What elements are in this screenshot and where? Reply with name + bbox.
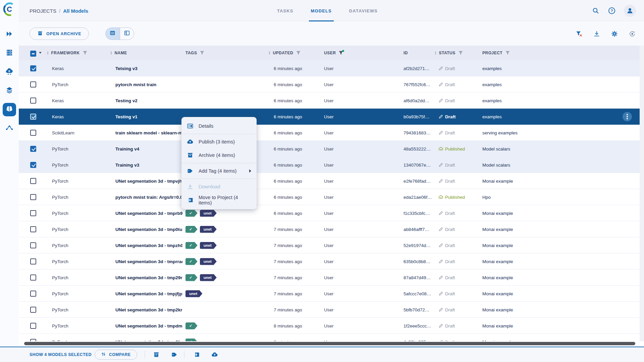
sort-icon[interactable]: ▲▼ <box>434 51 437 55</box>
row-checkbox[interactable] <box>30 323 36 329</box>
row-checkbox[interactable] <box>30 242 36 248</box>
row-checkbox[interactable] <box>30 162 36 168</box>
column-header-user[interactable]: USER <box>324 46 343 60</box>
table-row[interactable]: PyTorchUNet segmentation 3d - tmpzh0…✓un… <box>19 237 644 253</box>
nav-pipelines[interactable] <box>3 122 16 135</box>
cell-status: Draft <box>438 109 479 125</box>
table-row[interactable]: PyTorchUNet segmentation 3d - tmp6fg0…✓8… <box>19 334 644 341</box>
select-all-checkbox[interactable] <box>30 51 36 57</box>
cell-project: Monai example <box>482 173 570 189</box>
table-row[interactable]: PyTorchUNet segmentation 3d - tmpdm4…✓8 … <box>19 318 644 334</box>
clear-filters-button[interactable] <box>575 30 583 38</box>
table-row[interactable]: PyTorchUNet segmentation 3d - tmp0tu…✓un… <box>19 221 644 237</box>
download-table-button[interactable] <box>593 30 600 38</box>
row-checkbox[interactable] <box>30 258 36 264</box>
row-checkbox[interactable] <box>30 178 36 184</box>
submenu-arrow-icon <box>249 169 251 173</box>
tag-chip-check: ✓ <box>185 274 198 281</box>
row-menu-button[interactable] <box>623 112 632 121</box>
row-checkbox[interactable] <box>30 339 36 341</box>
table-row[interactable]: PyTorchpytorch mnist train: Args/lr=0.01… <box>19 189 644 205</box>
sort-icon[interactable]: ▲▼ <box>47 51 49 55</box>
archive-selected-button[interactable] <box>152 350 161 359</box>
cell-updated: 7 minutes ago <box>274 221 321 237</box>
table-row[interactable]: PyTorchTraining v46 minutes agoUser48a55… <box>19 141 644 157</box>
column-header-project[interactable]: PROJECT <box>482 46 510 60</box>
menu-divider <box>181 179 257 179</box>
table-row[interactable]: PyTorchUNet segmentation 3d - tmpvjhyl…6… <box>19 173 644 189</box>
cell-id: 52e91974d… <box>404 237 437 253</box>
draft-pencil-icon <box>438 82 443 87</box>
row-checkbox[interactable] <box>30 307 36 313</box>
tab-tasks[interactable]: TASKS <box>277 0 293 21</box>
row-checkbox[interactable] <box>30 226 36 232</box>
menu-item-move-to-project-4-items[interactable]: Move to Project (4 items) <box>181 193 257 207</box>
column-header-id[interactable]: ID <box>404 46 408 60</box>
publish-selected-button[interactable] <box>210 350 219 359</box>
clearml-logo[interactable]: C <box>2 2 17 16</box>
row-checkbox[interactable] <box>30 194 36 200</box>
nav-datasets[interactable] <box>3 84 16 98</box>
nav-models[interactable] <box>3 103 16 116</box>
column-header-updated[interactable]: ▲▼UPDATED <box>268 46 301 60</box>
menu-item-details[interactable]: Details <box>181 119 257 133</box>
table-row[interactable]: PyTorchUNet segmentation 3d - tmpjfjpv…u… <box>19 286 644 302</box>
move-selected-button[interactable] <box>192 350 201 359</box>
column-header-status[interactable]: ▲▼STATUS <box>434 46 463 60</box>
table-row[interactable]: PyTorchUNet segmentation 3d - tmprrae…✓u… <box>19 253 644 269</box>
row-checkbox[interactable] <box>30 98 36 104</box>
column-header-name[interactable]: ▲▼NAME <box>110 46 127 60</box>
row-checkbox[interactable] <box>30 114 36 120</box>
table-row[interactable]: PyTorchUNet segmentation 3d - tmprb9d…✓u… <box>19 205 644 221</box>
table-view-toggle[interactable] <box>106 28 120 40</box>
cell-id: 1f2eee5ccc… <box>404 318 437 334</box>
table-row[interactable]: PyTorchUNet segmentation 3d - tmp29rf…✓u… <box>19 269 644 286</box>
search-icon[interactable] <box>592 7 600 15</box>
compare-button[interactable]: COMPARE <box>95 350 137 360</box>
table-row[interactable]: ScikitLearntrain sklearn model - sklearn… <box>19 125 644 141</box>
show-selected-link[interactable]: SHOW 4 MODELS SELECTED <box>30 347 92 362</box>
filter-icon[interactable] <box>83 51 87 55</box>
row-checkbox[interactable] <box>30 81 36 87</box>
breadcrumb-projects[interactable]: PROJECTS <box>30 8 56 14</box>
table-row[interactable]: KerasTesting v16 minutes agoUserb0a93b75… <box>19 109 644 125</box>
table-row[interactable]: PyTorchpytorch mnist train6 minutes agoU… <box>19 76 644 93</box>
filter-icon[interactable] <box>505 51 510 55</box>
row-checkbox[interactable] <box>30 146 36 152</box>
nav-expand[interactable] <box>3 28 16 41</box>
filter-icon[interactable] <box>459 51 463 55</box>
row-checkbox[interactable] <box>30 65 36 71</box>
sort-icon[interactable]: ▲▼ <box>110 51 112 55</box>
nav-projects[interactable] <box>3 47 16 60</box>
help-icon[interactable]: ? <box>608 7 616 15</box>
row-checkbox[interactable] <box>30 291 36 297</box>
open-archive-button[interactable]: OPEN ARCHIVE <box>30 27 89 40</box>
table-row[interactable]: KerasTetsing v36 minutes agoUseraf2b2d27… <box>19 60 644 76</box>
menu-item-add-tag-4-items[interactable]: Add Tag (4 items) <box>181 164 257 178</box>
tab-dataviews[interactable]: DATAVIEWS <box>349 0 378 21</box>
filter-icon[interactable] <box>200 51 204 55</box>
breadcrumb-current[interactable]: All Models <box>63 8 88 14</box>
row-checkbox[interactable] <box>30 210 36 216</box>
row-checkbox[interactable] <box>30 275 36 281</box>
menu-item-archive-4-items[interactable]: Archive (4 items) <box>181 148 257 162</box>
column-header-framework[interactable]: ▲▼FRAMEWORK <box>47 46 87 60</box>
auto-refresh-button[interactable] <box>629 30 636 38</box>
filter-icon[interactable] <box>339 51 343 55</box>
tab-models[interactable]: MODELS <box>311 0 332 21</box>
menu-item-publish-3-items[interactable]: Publish (3 items) <box>181 135 257 148</box>
tag-selected-button[interactable] <box>170 350 179 359</box>
column-header-tags[interactable]: TAGS <box>185 46 204 60</box>
card-view-toggle[interactable] <box>120 28 134 40</box>
filter-icon[interactable] <box>296 51 301 55</box>
user-avatar[interactable] <box>624 5 636 17</box>
selection-dropdown-caret[interactable] <box>39 52 42 54</box>
table-row[interactable]: PyTorchTraining v36 minutes agoUser13407… <box>19 157 644 173</box>
nav-deploy[interactable] <box>3 65 16 79</box>
table-row[interactable]: PyTorchUNet segmentation 3d - tmp2kr0…7 … <box>19 302 644 318</box>
sort-icon[interactable]: ▲▼ <box>268 51 271 55</box>
table-settings-button[interactable] <box>611 30 618 38</box>
horizontal-scrollbar[interactable] <box>24 342 635 345</box>
table-row[interactable]: KerasTesting v26 minutes agoUseraf6d0a2d… <box>19 93 644 109</box>
row-checkbox[interactable] <box>30 130 36 136</box>
